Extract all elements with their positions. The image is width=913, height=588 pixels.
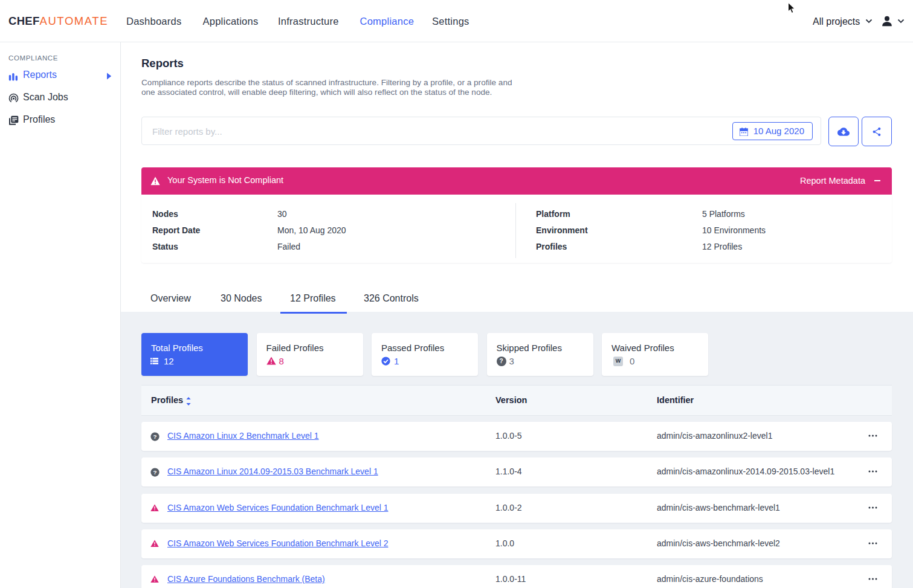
svg-text:?: ? — [153, 469, 156, 476]
svg-text:?: ? — [153, 433, 156, 440]
